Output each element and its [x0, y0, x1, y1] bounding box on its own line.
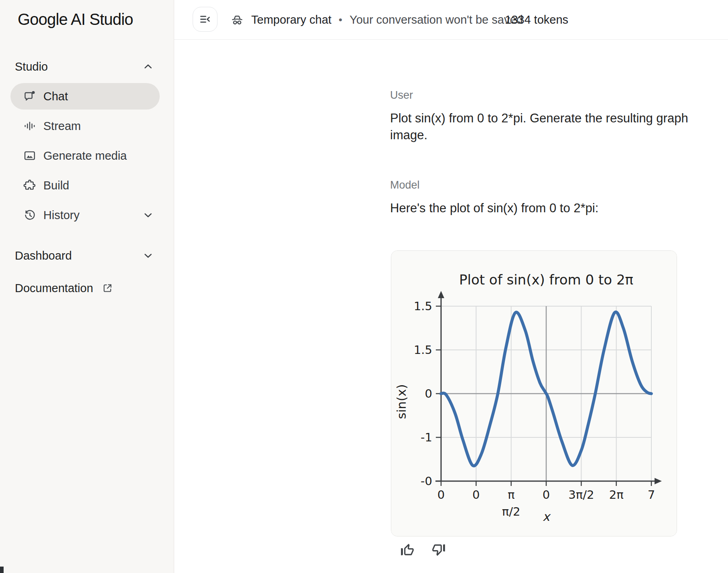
- svg-text:Plot of sin(x) from 0 to 2π: Plot of sin(x) from 0 to 2π: [459, 272, 633, 288]
- external-link-icon: [102, 282, 114, 294]
- sidebar-item-label: Stream: [43, 120, 81, 133]
- thumb-down-button[interactable]: [431, 543, 446, 558]
- svg-text:π/2: π/2: [502, 505, 521, 518]
- sidebar-item-label: Generate media: [43, 149, 127, 163]
- sidebar-item-generate-media[interactable]: Generate media: [10, 142, 160, 169]
- scrollbar-fragment: [0, 567, 4, 573]
- history-icon: [23, 208, 37, 222]
- sidebar-item-label: Chat: [43, 90, 68, 103]
- chevron-up-icon[interactable]: [142, 61, 154, 73]
- sidebar-item-history[interactable]: History: [10, 202, 160, 228]
- collapse-sidebar-button[interactable]: [193, 7, 218, 32]
- svg-text:0: 0: [543, 488, 550, 502]
- svg-text:-1: -1: [421, 431, 432, 444]
- token-count: 1334 tokens: [505, 0, 568, 40]
- feedback-bar: [400, 543, 446, 558]
- dashboard-section-label: Dashboard: [15, 249, 72, 262]
- svg-text:2π: 2π: [609, 488, 624, 502]
- sidebar-section-dashboard[interactable]: Dashboard: [10, 242, 160, 269]
- svg-text:7: 7: [648, 488, 655, 502]
- separator-dot: •: [339, 14, 342, 26]
- svg-text:1.5: 1.5: [414, 299, 432, 313]
- svg-text:0: 0: [472, 488, 480, 502]
- sidebar-item-label: History: [43, 209, 79, 222]
- studio-section-label: Studio: [15, 60, 48, 73]
- sidebar-item-stream[interactable]: Stream: [10, 113, 160, 139]
- incognito-icon: [230, 13, 244, 27]
- svg-text:1.5: 1.5: [414, 343, 432, 357]
- collapse-panel-icon: [198, 12, 212, 26]
- thumb-up-icon: [400, 543, 415, 558]
- sidebar: Google AI Studio Studio Chat Stream Gene…: [0, 0, 174, 573]
- svg-text:π: π: [508, 488, 514, 502]
- svg-text:3π/2: 3π/2: [568, 488, 594, 502]
- thumb-down-icon: [431, 543, 446, 558]
- app-logo: Google AI Studio: [18, 10, 133, 28]
- sidebar-section-studio[interactable]: Studio: [10, 53, 160, 80]
- svg-text:sin(x): sin(x): [394, 384, 409, 419]
- chat-subtitle: Your conversation won't be saved: [350, 13, 523, 26]
- sidebar-item-label: Build: [43, 179, 69, 192]
- topbar: Temporary chat • Your conversation won't…: [174, 0, 728, 40]
- thumb-up-button[interactable]: [400, 543, 415, 558]
- chevron-down-icon[interactable]: [142, 209, 154, 221]
- model-message: Here's the plot of sin(x) from 0 to 2*pi…: [390, 200, 725, 217]
- sidebar-link-documentation[interactable]: Documentation: [10, 275, 160, 301]
- generate-media-icon: [23, 149, 37, 163]
- chat-icon: [23, 89, 37, 103]
- svg-text:0: 0: [425, 387, 432, 400]
- user-turn-label: User: [390, 89, 413, 102]
- sine-plot-image: 1.51.50-1-000π03π/22π7π/2xsin(x)Plot of …: [391, 251, 677, 536]
- svg-text:0: 0: [437, 488, 445, 502]
- build-icon: [23, 179, 37, 192]
- stream-icon: [23, 119, 37, 133]
- sidebar-item-chat[interactable]: Chat: [10, 83, 160, 110]
- sidebar-item-build[interactable]: Build: [10, 172, 160, 199]
- chat-title: Temporary chat: [251, 13, 331, 26]
- generated-image-card[interactable]: 1.51.50-1-000π03π/22π7π/2xsin(x)Plot of …: [391, 250, 677, 536]
- documentation-label: Documentation: [15, 282, 93, 295]
- chevron-down-icon[interactable]: [142, 250, 154, 262]
- model-turn-label: Model: [390, 179, 420, 191]
- svg-text:-0: -0: [421, 474, 432, 488]
- user-message: Plot sin(x) from 0 to 2*pi. Generate the…: [390, 110, 725, 144]
